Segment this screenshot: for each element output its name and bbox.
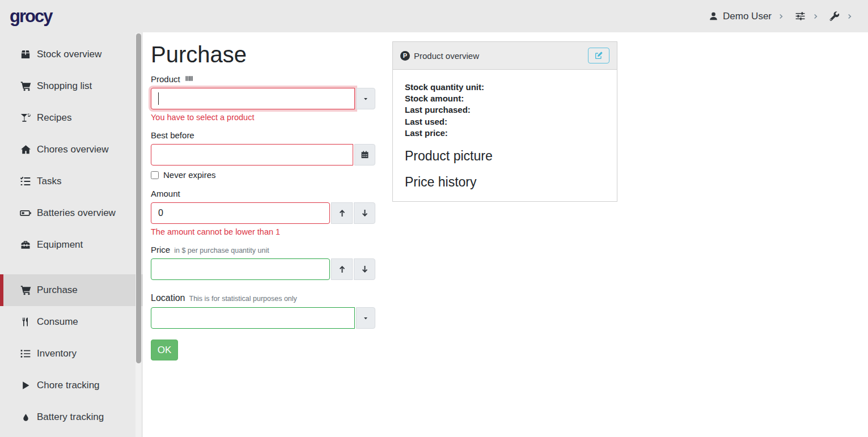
sidebar-item-recipes[interactable]: Recipes bbox=[0, 102, 143, 134]
product-overview-panel: P Product overview Stock quantity unit: … bbox=[392, 41, 617, 202]
home-icon bbox=[19, 144, 32, 155]
sidebar-item-label: Recipes bbox=[37, 112, 71, 124]
best-before-input[interactable] bbox=[151, 144, 353, 166]
price-label-row: Price in $ per purchase quantity unit bbox=[151, 245, 392, 254]
amount-decrease-button[interactable] bbox=[354, 202, 375, 224]
barcode-icon[interactable] bbox=[184, 75, 194, 82]
product-overview-column: P Product overview Stock quantity unit: … bbox=[392, 41, 617, 437]
price-label: Price bbox=[151, 245, 170, 254]
product-input-group bbox=[151, 88, 375, 109]
sidebar-item-shopping-list[interactable]: Shopping list bbox=[0, 70, 143, 102]
toolbox-icon bbox=[19, 239, 32, 251]
edit-product-button[interactable] bbox=[588, 48, 609, 63]
never-expires-row: Never expires bbox=[151, 170, 392, 180]
price-input-group bbox=[151, 258, 375, 280]
stock-settings-menu[interactable] bbox=[794, 11, 806, 22]
ok-button[interactable]: OK bbox=[151, 340, 178, 360]
sidebar-item-label: Consume bbox=[37, 316, 78, 328]
user-menu[interactable]: Demo User bbox=[709, 11, 772, 22]
stock-amount-label: Stock amount: bbox=[405, 93, 605, 104]
utensils-icon bbox=[19, 316, 32, 328]
sidebar-item-label: Battery tracking bbox=[37, 411, 104, 423]
best-before-label: Best before bbox=[151, 130, 194, 140]
amount-error: The amount cannot be lower than 1 bbox=[151, 227, 392, 236]
sidebar-item-label: Batteries overview bbox=[37, 207, 116, 219]
product-dropdown-button[interactable] bbox=[356, 88, 375, 109]
chevron-right-icon[interactable] bbox=[812, 12, 819, 20]
amount-increase-button[interactable] bbox=[331, 202, 353, 224]
spacer bbox=[151, 280, 392, 290]
sidebar-item-inventory[interactable]: Inventory bbox=[0, 338, 143, 370]
last-purchased-label: Last purchased: bbox=[405, 104, 605, 116]
sidebar-item-label: Purchase bbox=[37, 285, 78, 296]
sidebar-item-consume[interactable]: Consume bbox=[0, 306, 143, 338]
grocy-logo[interactable]: grocy bbox=[10, 6, 52, 27]
amount-label: Amount bbox=[151, 189, 180, 198]
sidebar-scrollbar-track[interactable] bbox=[136, 33, 141, 437]
product-label-row: Product bbox=[151, 74, 392, 84]
chevron-right-icon[interactable] bbox=[778, 12, 785, 20]
product-overview-header: P Product overview bbox=[393, 42, 617, 70]
sidebar: Stock overview Shopping list Recipes Cho… bbox=[0, 32, 143, 437]
amount-input-group bbox=[151, 202, 375, 224]
location-input-group bbox=[151, 307, 375, 329]
user-menu-label: Demo User bbox=[723, 11, 772, 22]
user-icon bbox=[709, 11, 718, 21]
last-price-label: Last price: bbox=[405, 128, 605, 139]
list-icon bbox=[19, 348, 32, 359]
sidebar-scrollbar-thumb[interactable] bbox=[136, 33, 141, 363]
stock-quantity-unit-label: Stock quantity unit: bbox=[405, 82, 605, 93]
sidebar-item-label: Equipment bbox=[37, 239, 83, 251]
last-used-label: Last used: bbox=[405, 116, 605, 128]
amount-label-row: Amount bbox=[151, 189, 392, 198]
tasks-icon bbox=[19, 176, 32, 187]
price-history-heading: Price history bbox=[405, 175, 605, 190]
play-icon bbox=[19, 380, 32, 391]
sidebar-item-battery-tracking[interactable]: Battery tracking bbox=[0, 401, 143, 433]
edit-icon bbox=[594, 51, 603, 60]
product-overview-title: Product overview bbox=[414, 51, 479, 61]
price-decrease-button[interactable] bbox=[354, 258, 375, 280]
shopping-cart-icon bbox=[19, 285, 32, 296]
text-cursor bbox=[158, 92, 159, 105]
cocktail-icon bbox=[19, 112, 32, 124]
product-input[interactable] bbox=[151, 88, 355, 109]
location-dropdown-button[interactable] bbox=[356, 307, 375, 329]
best-before-label-row: Best before bbox=[151, 130, 392, 140]
location-hint: This is for statistical purposes only bbox=[189, 295, 297, 303]
product-circle-icon: P bbox=[400, 51, 410, 61]
sidebar-item-equipment[interactable]: Equipment bbox=[0, 229, 143, 261]
admin-menu[interactable] bbox=[829, 11, 840, 22]
sidebar-item-label: Chore tracking bbox=[37, 380, 100, 391]
best-before-input-group bbox=[151, 144, 375, 166]
sidebar-item-label: Chores overview bbox=[37, 144, 109, 155]
sidebar-item-stock-overview[interactable]: Stock overview bbox=[0, 39, 143, 70]
sidebar-item-label: Stock overview bbox=[37, 49, 101, 60]
chevron-right-icon[interactable] bbox=[846, 12, 853, 20]
sidebar-item-tasks[interactable]: Tasks bbox=[0, 166, 143, 197]
sidebar-item-label: Inventory bbox=[37, 348, 77, 359]
product-label: Product bbox=[151, 74, 180, 84]
location-select[interactable] bbox=[151, 307, 355, 329]
sidebar-item-batteries-overview[interactable]: Batteries overview bbox=[0, 197, 143, 229]
sidebar-group-separator bbox=[0, 261, 143, 274]
price-increase-button[interactable] bbox=[331, 258, 353, 280]
sidebar-item-chores-overview[interactable]: Chores overview bbox=[0, 134, 143, 166]
price-input[interactable] bbox=[151, 258, 330, 280]
app-window: grocy Demo User bbox=[0, 0, 868, 437]
calendar-button[interactable] bbox=[354, 144, 375, 166]
never-expires-checkbox[interactable] bbox=[151, 171, 159, 179]
sidebar-item-purchase[interactable]: Purchase bbox=[0, 274, 143, 306]
main-content: Purchase Product You have to select a pr… bbox=[143, 32, 868, 437]
sidebar-item-label: Tasks bbox=[37, 176, 61, 187]
wrench-icon bbox=[829, 11, 840, 22]
sidebar-item-chore-tracking[interactable]: Chore tracking bbox=[0, 370, 143, 401]
product-overview-body: Stock quantity unit: Stock amount: Last … bbox=[393, 70, 617, 201]
topbar-nav: Demo User bbox=[709, 11, 853, 22]
amount-input[interactable] bbox=[151, 202, 330, 224]
never-expires-label: Never expires bbox=[163, 170, 216, 180]
product-picture-heading: Product picture bbox=[405, 149, 605, 164]
page-title: Purchase bbox=[151, 42, 392, 67]
battery-icon bbox=[19, 207, 32, 219]
location-label-row: Location This is for statistical purpose… bbox=[151, 293, 392, 303]
